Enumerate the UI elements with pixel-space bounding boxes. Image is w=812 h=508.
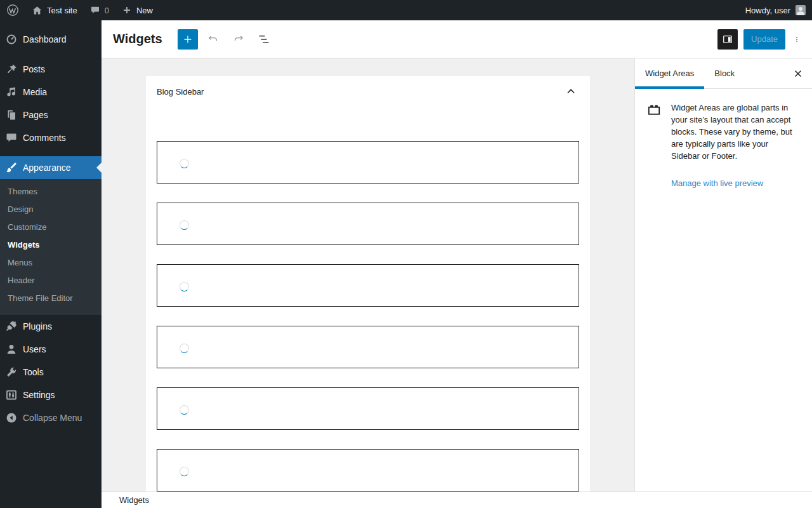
wordpress-logo-icon [6, 4, 19, 17]
submenu-item-theme-file-editor[interactable]: Theme File Editor [0, 290, 102, 307]
sidebar-item-users[interactable]: Users [0, 338, 102, 361]
dashboard-icon [5, 33, 18, 46]
site-name: Test site [47, 6, 77, 15]
inspector-tabs: Widget Areas Block [635, 58, 812, 89]
plus-icon [122, 5, 132, 15]
nav-separator [0, 51, 102, 58]
user-avatar [796, 5, 806, 15]
loading-block-placeholder[interactable] [157, 449, 579, 491]
redo-icon [232, 32, 245, 47]
tab-widget-areas[interactable]: Widget Areas [635, 58, 704, 88]
submenu-item-header[interactable]: Header [0, 272, 102, 290]
loading-block-placeholder[interactable] [157, 141, 579, 184]
settings-icon [5, 389, 18, 401]
comments-shortcut[interactable]: 0 [84, 0, 115, 20]
nav-separator [0, 149, 102, 156]
widget-area-header: Blog Sidebar [146, 76, 590, 107]
editor-header: Widgets [102, 20, 812, 58]
loading-block-placeholder[interactable] [157, 203, 579, 245]
loading-spinner-icon [180, 405, 189, 415]
admin-bar: Test site 0 New Howdy, user [0, 0, 812, 20]
sidebar-item-media[interactable]: Media [0, 81, 102, 104]
widget-area-icon [646, 102, 662, 117]
visit-site-link[interactable]: Test site [25, 0, 84, 20]
wrench-icon [5, 366, 18, 378]
comment-count: 0 [105, 6, 109, 15]
inspector-sidebar: Widget Areas Block Widget Areas are glob… [634, 58, 812, 491]
plugin-icon [5, 320, 18, 333]
active-menu-arrow [96, 163, 102, 173]
widget-areas-description: Widget Areas are global parts in your si… [671, 102, 796, 162]
appearance-submenu: ThemesDesignCustomizeWidgetsMenusHeaderT… [0, 179, 102, 315]
settings-sidebar-toggle-button[interactable] [717, 29, 738, 50]
chevron-up-icon [563, 84, 579, 99]
plus-icon [181, 32, 194, 47]
sidebar-item-posts[interactable]: Posts [0, 58, 102, 81]
sidebar-panel-icon [721, 32, 734, 47]
collapse-icon [5, 411, 18, 424]
sidebar-item-comments[interactable]: Comments [0, 126, 102, 149]
redo-button[interactable] [228, 29, 249, 50]
loading-block-placeholder[interactable] [157, 326, 579, 368]
collapse-menu-button[interactable]: Collapse Menu [0, 406, 102, 429]
home-icon [32, 5, 43, 16]
editor-canvas: Blog Sidebar [102, 58, 634, 491]
sidebar-item-pages[interactable]: Pages [0, 104, 102, 126]
loading-block-placeholder[interactable] [157, 264, 579, 307]
submenu-item-customize[interactable]: Customize [0, 218, 102, 236]
widget-area-panel: Blog Sidebar [146, 76, 590, 491]
submenu-item-themes[interactable]: Themes [0, 183, 102, 201]
comments-icon [5, 131, 18, 144]
widget-area-title: Blog Sidebar [157, 87, 204, 97]
breadcrumb: Widgets [119, 495, 149, 505]
media-icon [5, 86, 18, 98]
brush-icon [5, 161, 18, 174]
loading-spinner-icon [180, 159, 189, 168]
greeting-text: Howdy, user [745, 6, 790, 15]
loading-block-placeholder[interactable] [157, 387, 579, 430]
pin-icon [5, 63, 18, 76]
close-sidebar-button[interactable] [784, 58, 812, 88]
submenu-item-widgets[interactable]: Widgets [0, 236, 102, 254]
options-menu-button[interactable] [789, 29, 804, 50]
manage-live-preview-link[interactable]: Manage with live preview [671, 178, 763, 188]
submenu-item-menus[interactable]: Menus [0, 254, 102, 272]
pages-icon [5, 109, 18, 121]
undo-button[interactable] [203, 29, 223, 50]
submenu-item-design[interactable]: Design [0, 201, 102, 218]
undo-icon [207, 32, 219, 47]
kebab-icon [793, 32, 801, 47]
loading-spinner-icon [180, 282, 189, 291]
new-content-button[interactable]: New [115, 0, 159, 20]
loading-spinner-icon [180, 220, 189, 230]
user-icon [5, 343, 18, 356]
list-view-icon [258, 32, 270, 47]
sidebar-item-appearance[interactable]: Appearance [0, 156, 102, 179]
admin-side-nav: Dashboard Posts Media Pages Comments App… [0, 20, 102, 508]
block-inserter-button[interactable] [178, 29, 198, 50]
update-button[interactable]: Update [743, 29, 785, 50]
page-title: Widgets [113, 32, 162, 46]
sidebar-item-dashboard[interactable]: Dashboard [0, 28, 102, 51]
close-icon [792, 67, 804, 80]
tab-block[interactable]: Block [704, 58, 745, 88]
sidebar-item-plugins[interactable]: Plugins [0, 315, 102, 338]
account-menu[interactable]: Howdy, user [739, 0, 790, 20]
loading-spinner-icon [180, 344, 189, 353]
editor-body: Blog Sidebar Widget Areas Block [102, 58, 812, 491]
editor-footer: Widgets [102, 491, 812, 508]
sidebar-item-settings[interactable]: Settings [0, 384, 102, 406]
list-view-button[interactable] [254, 29, 274, 50]
collapse-panel-button[interactable] [560, 80, 582, 103]
sidebar-item-tools[interactable]: Tools [0, 361, 102, 384]
blocks-list [146, 107, 590, 491]
widgets-editor: Widgets [102, 20, 812, 508]
inspector-description-row: Widget Areas are global parts in your si… [635, 89, 812, 162]
loading-spinner-icon [180, 467, 189, 476]
new-label: New [136, 6, 153, 15]
comment-bubble-icon [90, 5, 100, 15]
wordpress-logo-button[interactable] [0, 0, 25, 20]
